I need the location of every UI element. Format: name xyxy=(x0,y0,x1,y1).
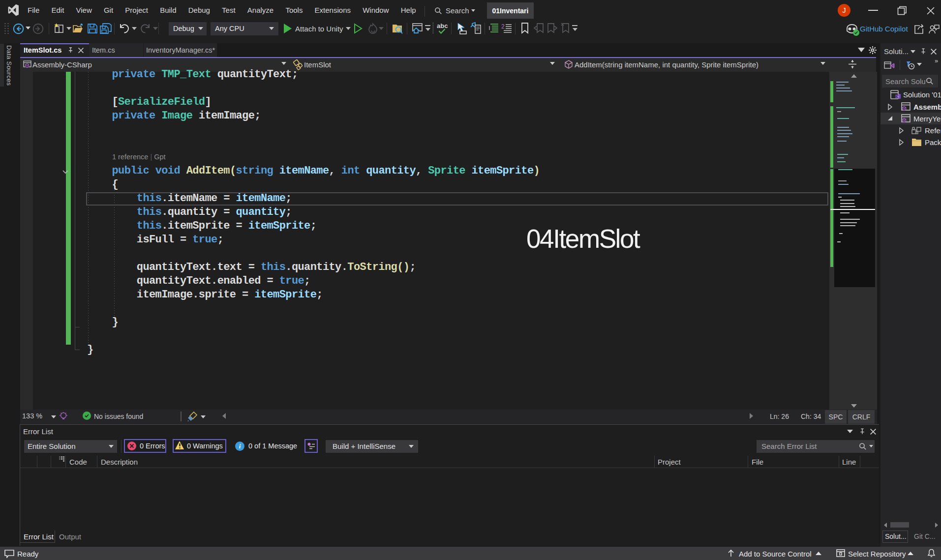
svg-text:2: 2 xyxy=(501,23,505,30)
